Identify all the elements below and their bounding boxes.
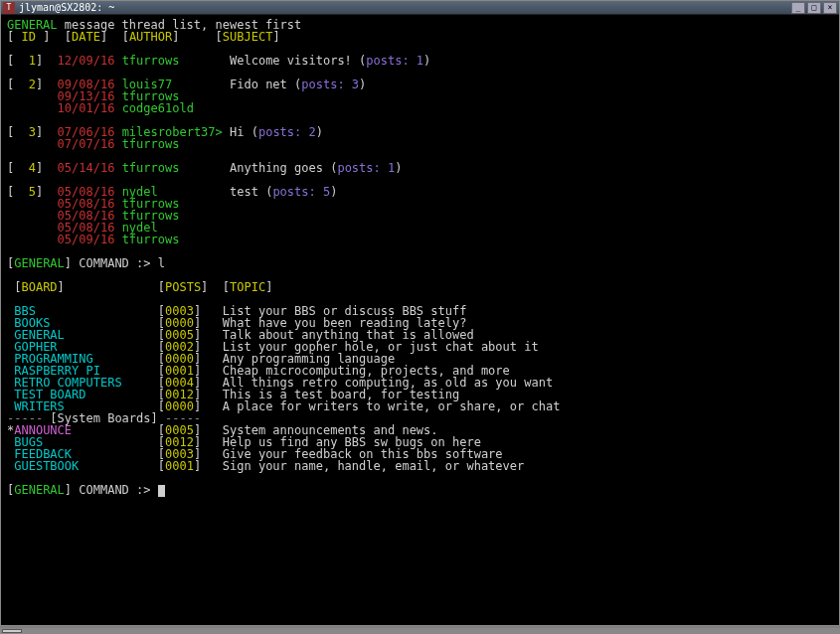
taskbar[interactable] [0,628,840,634]
window-title: jlyman@SX2802: ~ [19,2,791,13]
cursor [158,485,165,497]
window-controls: _ □ × [791,2,837,14]
terminal-content[interactable]: GENERAL message thread list, newest firs… [1,15,839,625]
titlebar[interactable]: T jlyman@SX2802: ~ _ □ × [1,1,839,15]
app-icon: T [3,2,15,14]
taskbar-item[interactable] [2,629,22,633]
terminal-window: T jlyman@SX2802: ~ _ □ × GENERAL message… [0,0,840,626]
minimize-button[interactable]: _ [791,2,805,14]
close-button[interactable]: × [823,2,837,14]
maximize-button[interactable]: □ [807,2,821,14]
